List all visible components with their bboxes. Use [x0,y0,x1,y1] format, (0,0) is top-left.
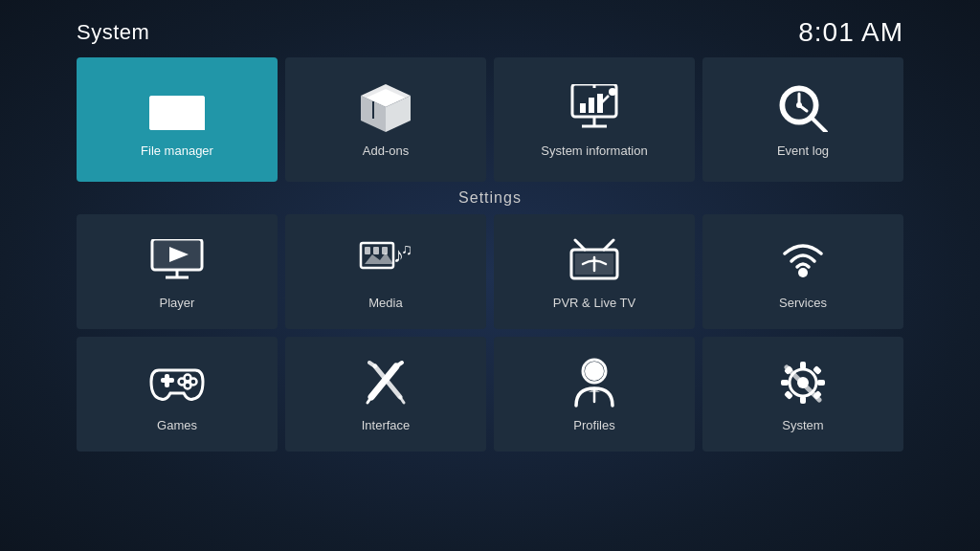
svg-rect-29 [373,247,379,254]
svg-point-45 [185,382,191,388]
tile-profiles[interactable]: Profiles [494,337,695,452]
clock: 8:01 AM [798,17,903,48]
tile-player[interactable]: Player [77,214,278,329]
media-label: Media [368,296,402,310]
tile-pvr-live-tv[interactable]: PVR & Live TV [494,214,695,329]
player-label: Player [160,296,195,310]
system-information-icon [566,84,623,132]
svg-rect-60 [781,380,789,386]
add-ons-label: Add-ons [363,143,409,158]
svg-line-48 [396,363,402,366]
svg-rect-30 [382,247,388,254]
settings-title: Settings [77,189,903,207]
interface-icon [357,359,414,407]
event-log-label: Event log [777,143,829,158]
system-label: System [782,418,823,432]
games-icon [148,359,206,407]
tile-event-log[interactable]: Event log [702,57,903,182]
tile-system[interactable]: System [702,337,903,452]
svg-rect-11 [589,98,594,113]
file-manager-label: File manager [141,143,213,158]
profiles-icon [566,359,623,407]
svg-point-13 [609,88,616,96]
tile-interface[interactable]: Interface [285,337,486,452]
tile-system-information[interactable]: System information [494,57,695,182]
file-manager-icon [148,84,206,132]
svg-rect-59 [800,396,806,404]
header: System 8:01 AM [77,0,903,57]
tile-games[interactable]: Games [77,337,278,452]
screen: System 8:01 AM File manager [0,0,980,551]
services-label: Services [779,296,827,310]
profiles-label: Profiles [573,418,614,432]
settings-grid: Player ♪ ♫ [77,214,903,452]
svg-point-39 [798,268,808,277]
svg-rect-41 [165,374,169,387]
pvr-live-tv-label: PVR & Live TV [553,296,635,310]
event-log-icon [774,84,832,132]
svg-point-54 [585,362,604,381]
top-row: File manager Add-ons [77,57,903,182]
system-icon [774,359,832,407]
tile-add-ons[interactable]: Add-ons [285,57,486,182]
svg-line-51 [369,363,375,366]
tile-file-manager[interactable]: File manager [77,57,278,182]
svg-rect-61 [817,380,825,386]
page-title: System [77,20,149,45]
player-icon [148,236,206,284]
svg-rect-10 [580,103,586,113]
services-icon [774,236,832,284]
svg-rect-2 [151,103,203,129]
svg-rect-28 [365,247,370,254]
tile-media[interactable]: ♪ ♫ Media [285,214,486,329]
pvr-live-tv-icon [566,236,623,284]
svg-line-50 [400,397,404,403]
svg-line-47 [368,397,371,403]
media-icon: ♪ ♫ [357,236,414,284]
games-label: Games [157,418,197,432]
tile-services[interactable]: Services [702,214,903,329]
interface-label: Interface [362,418,411,432]
svg-line-20 [813,119,826,132]
svg-line-46 [371,366,396,397]
svg-point-18 [796,102,802,108]
system-information-label: System information [541,143,647,158]
svg-text:♫: ♫ [401,241,412,257]
svg-rect-27 [361,243,393,268]
settings-section: Settings Player [77,189,903,452]
add-ons-icon [357,84,414,132]
svg-rect-58 [800,362,806,369]
